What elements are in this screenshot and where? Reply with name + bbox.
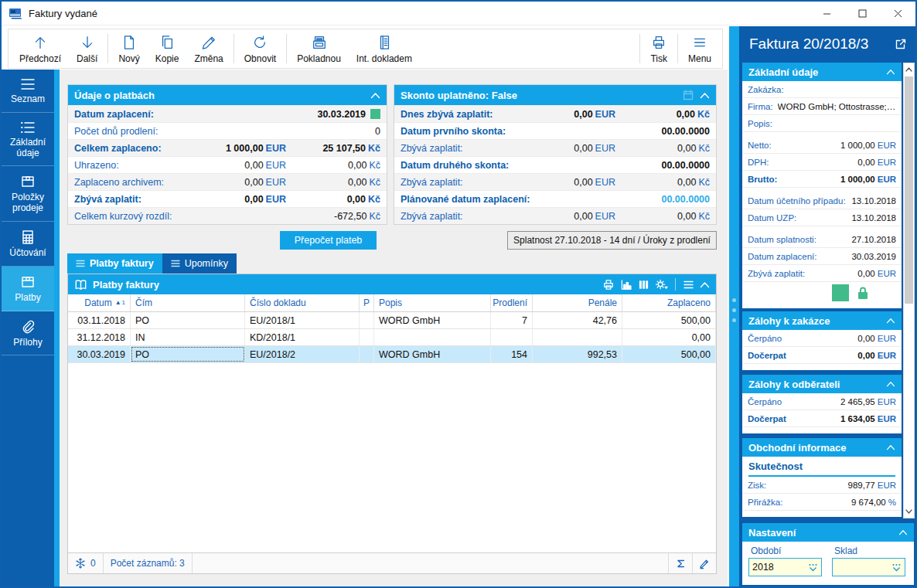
panel-row: Celkem zaplaceno: 1 000,00EUR 25 107,50K… xyxy=(68,139,387,156)
panel-row: Plánované datum zaplacení: 00.00.0000 xyxy=(394,190,716,207)
payment-info-panel: Údaje o platbách Datum zaplacení: 30.03.… xyxy=(67,84,387,225)
minimize-button[interactable] xyxy=(809,2,844,25)
record-count: Počet záznamů: 3 xyxy=(104,553,193,573)
detail-row: Brutto:1 000,00EUR xyxy=(742,171,902,188)
detail-row: Datum splatnosti:27.10.2018 xyxy=(742,231,902,248)
snowflake-icon xyxy=(75,558,86,569)
paid-status-marker xyxy=(370,109,380,119)
section-header: Základní údaje xyxy=(742,63,902,81)
menu-button[interactable]: Menu xyxy=(680,31,719,66)
collapse-chevron-icon[interactable] xyxy=(370,92,380,99)
close-button[interactable] xyxy=(880,2,915,25)
sidebar-item-seznam[interactable]: Seznam xyxy=(2,70,54,113)
column-header-zaplaceno[interactable]: Zaplaceno xyxy=(622,294,716,311)
cash-register-button[interactable]: Pokladnou xyxy=(289,31,349,66)
recalculate-payments-button[interactable]: Přepočet plateb xyxy=(280,231,377,250)
tab-platby-faktury[interactable]: Platby faktury xyxy=(67,253,162,274)
sidebar-item-uctovani[interactable]: Účtování xyxy=(2,222,54,267)
due-date-button[interactable]: Splatnost 27.10.2018 - 14 dní / Úroky z … xyxy=(507,231,717,250)
collapse-chevron-icon[interactable] xyxy=(886,381,895,387)
panel-row: Zbývá zaplatit: 0,00EUR 0,00Kč xyxy=(394,139,716,156)
print-button[interactable]: Tisk xyxy=(643,31,675,66)
detail-row: Zbývá zaplatit:0,00EUR xyxy=(742,265,902,282)
paid-status-marker xyxy=(832,284,849,301)
detail-row: Čerpáno0,00EUR xyxy=(742,330,902,347)
status-icons-row xyxy=(742,282,902,304)
panel-splitter[interactable] xyxy=(729,26,739,588)
collapse-chevron-icon[interactable] xyxy=(700,92,710,99)
new-button[interactable]: Nový xyxy=(111,31,147,66)
focused-cell[interactable]: PO xyxy=(131,346,245,362)
copy-icon xyxy=(159,34,175,52)
collapse-chevron-icon[interactable] xyxy=(886,318,895,324)
tab-bar: Platby faktury Upomínky xyxy=(67,253,237,274)
invoice-detail-panel: Faktura 20/2018/3 Základní údaje Zakázka… xyxy=(739,26,917,588)
dropdown-arrow-icon xyxy=(808,563,818,572)
column-header-popis[interactable]: Popis xyxy=(374,294,491,311)
app-window: { "window": {"title": "Faktury vydané"},… xyxy=(0,0,917,588)
tab-upominky[interactable]: Upomínky xyxy=(162,253,237,274)
grid-empty-area xyxy=(68,363,716,552)
print-grid-icon[interactable] xyxy=(602,279,615,291)
column-header-cislo-dokladu[interactable]: Číslo dokladu xyxy=(245,294,360,311)
toolbar-separator xyxy=(677,34,678,63)
column-header-prodleni[interactable]: Prodlení xyxy=(491,294,533,311)
column-header-penale[interactable]: Penále xyxy=(533,294,622,311)
previous-button[interactable]: Předchozí xyxy=(12,31,69,66)
settings-gear-icon[interactable] xyxy=(655,279,668,291)
detail-row: Firma:WORD GmbH; Ottostrasse; ... xyxy=(742,98,902,115)
refresh-icon xyxy=(252,34,268,52)
detail-list-icon xyxy=(19,121,36,134)
column-header-datum[interactable]: Datum▲1 xyxy=(68,294,131,311)
sidebar-item-prilohy[interactable]: Přílohy xyxy=(2,311,54,356)
sidebar-item-platby[interactable]: Platby xyxy=(2,267,54,311)
toolbar: Předchozí Další Nový Kopie Změna Obnovit… xyxy=(8,29,723,69)
scroll-down-arrow[interactable] xyxy=(904,505,914,518)
detail-row: Čerpáno2 465,95EUR xyxy=(742,393,902,410)
refresh-button[interactable]: Obnovit xyxy=(237,31,284,66)
table-row[interactable]: 31.12.2018 IN KD/2018/1 0,00 xyxy=(68,329,716,346)
calendar-icon xyxy=(683,90,694,100)
period-combobox[interactable]: 2018 xyxy=(748,558,822,576)
warehouse-combobox[interactable] xyxy=(832,558,905,576)
scrollbar-thumb[interactable] xyxy=(905,76,913,304)
sum-button[interactable] xyxy=(668,553,692,573)
reality-subheader: Skutečnost xyxy=(748,461,895,477)
menu-list-icon xyxy=(19,77,36,91)
chart-icon[interactable] xyxy=(620,279,632,291)
scroll-up-arrow[interactable] xyxy=(904,63,914,76)
toolbar-separator xyxy=(107,34,108,63)
detail-row: Dočerpat0,00EUR xyxy=(742,347,902,364)
pencil-icon xyxy=(201,34,216,52)
table-row-selected[interactable]: 30.03.2019 PO EU/2018/2 WORD GmbH 154 99… xyxy=(68,346,716,363)
panel-row: Zbývá zaplatit: 0,00EUR 0,00Kč xyxy=(394,207,716,224)
arrow-up-icon xyxy=(32,34,48,52)
table-row[interactable]: 03.11.2018 PO EU/2018/1 WORD GmbH 7 42,7… xyxy=(68,312,716,329)
sidebar-item-zakladni-udaje[interactable]: Základní údaje xyxy=(2,113,54,167)
sidebar-item-polozky-prodeje[interactable]: Položky prodeje xyxy=(2,166,54,222)
next-button[interactable]: Další xyxy=(69,31,105,66)
detail-row: Dočerpat1 634,05EUR xyxy=(742,410,902,427)
section-header: Zálohy k odběrateli xyxy=(742,375,902,393)
collapse-chevron-icon[interactable] xyxy=(886,444,895,450)
toolbar-zone: Předchozí Další Nový Kopie Změna Obnovit… xyxy=(2,26,728,70)
internal-document-button[interactable]: Int. dokladem xyxy=(349,31,420,66)
hamburger-menu-icon xyxy=(692,34,707,52)
open-external-icon[interactable] xyxy=(895,38,907,50)
detail-scrollbar[interactable] xyxy=(903,63,915,518)
detail-row: Netto:1 000,00EUR xyxy=(742,137,902,154)
column-header-p[interactable]: P xyxy=(360,294,374,311)
grid-collapse-chevron-icon[interactable] xyxy=(700,281,710,288)
new-document-icon xyxy=(121,34,137,52)
collapse-chevron-icon[interactable] xyxy=(898,529,908,535)
edit-button[interactable]: Změna xyxy=(186,31,230,66)
collapse-chevron-icon[interactable] xyxy=(886,69,895,75)
calculator-icon xyxy=(20,229,36,245)
grid-menu-icon[interactable] xyxy=(683,280,694,290)
detail-row: DPH:0,00EUR xyxy=(742,154,902,171)
column-header-cim[interactable]: Čím xyxy=(131,294,245,311)
maximize-button[interactable] xyxy=(844,2,880,25)
edit-pencil-button[interactable] xyxy=(692,553,716,573)
columns-icon[interactable] xyxy=(638,279,649,291)
copy-button[interactable]: Kopie xyxy=(148,31,187,66)
